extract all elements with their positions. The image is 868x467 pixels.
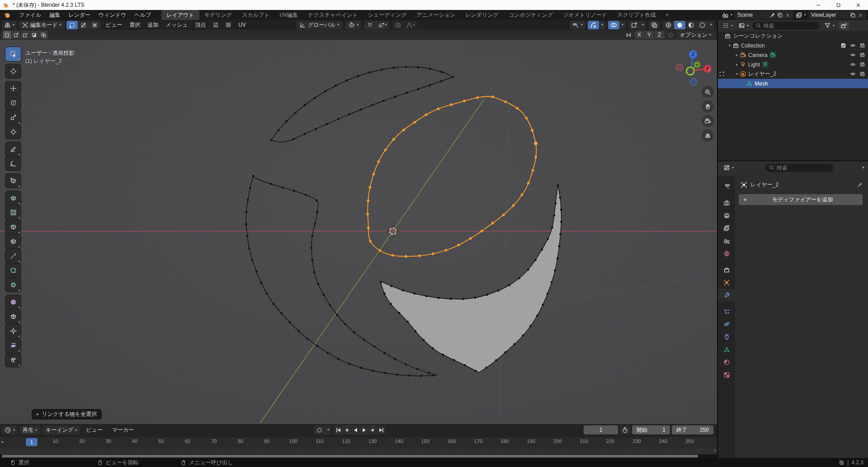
vertex-dot[interactable] [551, 281, 553, 283]
viewport-menu-メッシュ[interactable]: メッシュ [162, 20, 191, 30]
vertex-dot[interactable] [304, 104, 306, 106]
viewlayer-browse-button[interactable]: ▾ [794, 11, 807, 19]
menu-レンダー[interactable]: レンダー [64, 10, 94, 20]
vertex-dot[interactable] [414, 292, 416, 295]
blender-menu-button[interactable] [0, 10, 15, 20]
vertex-dot[interactable] [378, 249, 381, 252]
tool-spin[interactable] [5, 278, 21, 292]
vertex-dot[interactable] [432, 374, 434, 376]
mirror-axis-X[interactable]: X [635, 31, 645, 39]
new-collection-button[interactable] [839, 21, 849, 30]
properties-tab-p-scene[interactable] [718, 234, 735, 247]
workspace-tab-アニメーション[interactable]: アニメーション [411, 10, 460, 20]
workspace-tab-モデリング[interactable]: モデリング [199, 10, 237, 20]
proportional-edit-toggle[interactable] [392, 21, 404, 29]
vertex-dot[interactable] [541, 248, 543, 251]
tool-cursor-3d[interactable] [5, 64, 21, 78]
vertex-dot[interactable] [293, 190, 295, 192]
vertex-dot[interactable] [326, 352, 329, 354]
vertex-dot[interactable] [282, 186, 284, 189]
vertex-dot[interactable] [475, 370, 477, 372]
vertex-dot[interactable] [353, 331, 355, 334]
gizmo-neg-z[interactable] [690, 79, 697, 86]
shading-solid-button[interactable] [674, 21, 685, 29]
workspace-tab-テクスチャペイント[interactable]: テクスチャペイント [303, 10, 363, 20]
outliner-row-シーンコレクション[interactable]: シーンコレクション [718, 31, 868, 41]
mesh-overlay-dropdown[interactable]: ▾ [640, 21, 646, 29]
vertex-dot[interactable] [534, 156, 537, 158]
tool-edge-slide[interactable] [5, 310, 21, 324]
vertex-dot[interactable] [294, 112, 297, 114]
vertex-dot[interactable] [458, 244, 460, 247]
vertex-dot[interactable] [367, 200, 369, 202]
vertex-dot[interactable] [316, 200, 318, 202]
falloff-dropdown[interactable]: ▾ [404, 21, 417, 29]
sidebar-collapse-arrow[interactable]: ‹ [708, 66, 710, 73]
vertex-dot[interactable] [305, 194, 307, 196]
gizmo-neg-y[interactable] [687, 67, 694, 75]
outliner-filter-id-dropdown[interactable]: ▾ [736, 21, 750, 30]
autokey-toggle[interactable] [314, 426, 325, 434]
vertex-dot[interactable] [462, 298, 464, 300]
vertex-dot[interactable] [314, 223, 316, 225]
vertex-dot[interactable] [383, 352, 386, 354]
vertex-dot[interactable] [381, 68, 383, 71]
outliner-search-input[interactable] [764, 23, 817, 29]
vertex-dot[interactable] [245, 211, 247, 213]
properties-tab-p-physics[interactable] [718, 318, 735, 330]
vertex-dot[interactable] [324, 91, 326, 93]
camera-toggle[interactable] [859, 52, 865, 58]
viewport-menu-選択[interactable]: 選択 [126, 20, 144, 30]
vertex-dot[interactable] [450, 104, 453, 106]
properties-tab-p-tool[interactable] [718, 180, 735, 193]
remove-viewlayer-icon[interactable] [858, 12, 863, 18]
vertex-dot[interactable] [495, 359, 497, 362]
vertex-dot[interactable] [445, 249, 448, 252]
vertex-dot[interactable] [516, 107, 519, 110]
vertex-dot[interactable] [476, 96, 479, 99]
properties-search[interactable] [765, 164, 833, 172]
vertex-dot[interactable] [393, 67, 395, 69]
vertex-dot[interactable] [527, 182, 530, 185]
vertex-dot[interactable] [522, 334, 524, 337]
vertex-dot[interactable] [255, 271, 258, 273]
vertex-dot[interactable] [453, 359, 455, 361]
vertex-dot[interactable] [514, 343, 516, 345]
timeline-scrollbar[interactable] [2, 455, 698, 457]
xray-toggle[interactable] [649, 21, 660, 29]
snap-toggle[interactable] [364, 21, 376, 29]
shading-wireframe-button[interactable] [663, 21, 674, 29]
vertex-dot[interactable] [316, 211, 318, 213]
current-frame-field[interactable]: 1 [584, 425, 618, 434]
vertex-dot[interactable] [314, 97, 316, 99]
tool-scale[interactable] [5, 110, 21, 124]
vertex-dot[interactable] [367, 213, 369, 216]
outliner-search[interactable] [752, 22, 820, 30]
use-preview-range-button[interactable] [620, 426, 630, 434]
vertex-dot[interactable] [497, 290, 500, 292]
vertex-dot[interactable] [534, 142, 537, 145]
face-mode-button[interactable] [89, 21, 100, 29]
vertex-dot[interactable] [260, 282, 263, 284]
workspace-tab-レンダリング[interactable]: レンダリング [460, 10, 504, 20]
timeline-track-band[interactable] [0, 447, 717, 454]
select-option-mode-new[interactable] [3, 31, 12, 39]
workspace-tab-スカルプト[interactable]: スカルプト [237, 10, 274, 20]
vertex-dot[interactable] [560, 221, 562, 223]
vertex-dot[interactable] [349, 113, 351, 115]
new-viewlayer-icon[interactable] [850, 12, 856, 18]
vertex-dot[interactable] [292, 138, 295, 140]
outliner-row-Mesh[interactable]: Mesh [718, 79, 868, 88]
properties-tab-p-particles[interactable] [718, 305, 735, 318]
mesh-wire-top-blade[interactable] [271, 67, 453, 142]
viewport-menu-辺[interactable]: 辺 [209, 20, 222, 30]
workspace-tab-コンポジティング[interactable]: コンポジティング [504, 10, 558, 20]
vertex-dot[interactable] [390, 285, 392, 287]
vertex-dot[interactable] [416, 368, 419, 370]
properties-tab-p-world[interactable] [718, 247, 735, 260]
vertex-dot[interactable] [420, 375, 422, 377]
navigation-gizmo[interactable]: Y Z X [672, 43, 717, 89]
vertex-dot[interactable] [504, 100, 507, 103]
pin-icon[interactable] [857, 182, 863, 188]
show-gizmo-toggle[interactable] [588, 21, 599, 29]
